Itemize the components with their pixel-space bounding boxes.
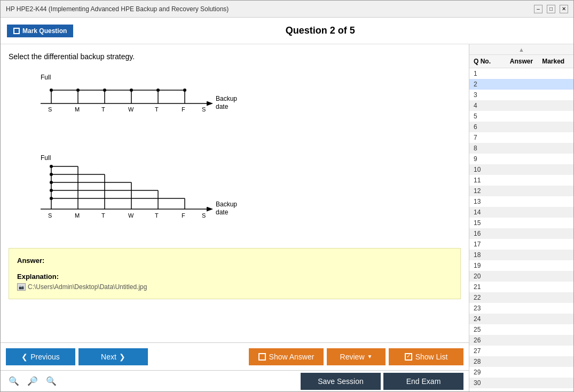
header-marked: Marked bbox=[537, 58, 569, 65]
svg-text:T: T bbox=[155, 212, 159, 219]
end-exam-label: End Exam bbox=[406, 377, 441, 386]
incremental-svg: Full bbox=[25, 69, 254, 138]
svg-point-10 bbox=[76, 89, 80, 92]
mark-question-label: Mark Question bbox=[22, 27, 67, 35]
show-list-checkbox-icon bbox=[405, 353, 412, 361]
svg-point-37 bbox=[50, 165, 53, 168]
svg-text:Full: Full bbox=[41, 154, 51, 162]
zoom-bar: 🔍 🔎 🔍 Save Session End Exam bbox=[1, 370, 469, 391]
svg-point-41 bbox=[50, 197, 53, 200]
scroll-up-indicator[interactable]: ▲ bbox=[469, 44, 573, 55]
svg-text:S: S bbox=[48, 106, 52, 113]
list-item[interactable]: 6 bbox=[469, 122, 573, 132]
svg-text:T: T bbox=[101, 106, 105, 113]
list-item[interactable]: 27 bbox=[469, 346, 573, 356]
list-item[interactable]: 25 bbox=[469, 324, 573, 335]
svg-text:F: F bbox=[182, 106, 185, 113]
show-answer-button[interactable]: Show Answer bbox=[249, 348, 324, 365]
main-content: Select the differential backup strategy.… bbox=[1, 44, 573, 391]
list-item[interactable]: 5 bbox=[469, 111, 573, 122]
svg-text:T: T bbox=[101, 212, 105, 219]
svg-text:S: S bbox=[202, 106, 206, 113]
close-button[interactable]: ✕ bbox=[560, 5, 568, 13]
bottom-bar: Previous Next Show Answer Review ▼ bbox=[1, 342, 469, 370]
zoom-out-button[interactable]: 🔍 bbox=[43, 375, 59, 387]
svg-point-40 bbox=[50, 189, 53, 192]
svg-point-11 bbox=[103, 89, 106, 92]
svg-text:W: W bbox=[128, 212, 134, 219]
svg-text:W: W bbox=[128, 106, 134, 113]
list-item[interactable]: 8 bbox=[469, 143, 573, 154]
minimize-button[interactable]: – bbox=[534, 5, 542, 13]
list-item[interactable]: 14 bbox=[469, 207, 573, 218]
list-item[interactable]: 29 bbox=[469, 367, 573, 378]
list-item[interactable]: 1 bbox=[469, 68, 573, 79]
list-item[interactable]: 23 bbox=[469, 303, 573, 314]
list-item[interactable]: 11 bbox=[469, 175, 573, 186]
list-item[interactable]: 3 bbox=[469, 90, 573, 100]
svg-point-39 bbox=[50, 181, 53, 184]
list-header: Q No. Answer Marked bbox=[469, 55, 573, 68]
list-item[interactable]: 7 bbox=[469, 132, 573, 143]
review-arrow-icon: ▼ bbox=[367, 354, 373, 359]
svg-text:date: date bbox=[216, 209, 229, 216]
svg-point-9 bbox=[50, 89, 53, 92]
list-item[interactable]: 21 bbox=[469, 282, 573, 292]
mark-question-button[interactable]: Mark Question bbox=[7, 25, 73, 37]
show-answer-label: Show Answer bbox=[269, 353, 314, 361]
svg-text:S: S bbox=[202, 212, 206, 219]
answer-label: Answer: bbox=[17, 257, 452, 265]
list-item[interactable]: 24 bbox=[469, 314, 573, 324]
previous-button[interactable]: Previous bbox=[6, 348, 75, 365]
list-item[interactable]: 19 bbox=[469, 260, 573, 271]
question-title: Question 2 of 5 bbox=[73, 25, 567, 36]
save-session-label: Save Session bbox=[318, 377, 364, 386]
list-item[interactable]: 13 bbox=[469, 196, 573, 207]
svg-text:F: F bbox=[182, 212, 185, 219]
image-reference: 📷 C:\Users\Admin\Desktop\Data\Untitled.j… bbox=[17, 283, 452, 291]
list-item[interactable]: 9 bbox=[469, 154, 573, 164]
maximize-button[interactable]: □ bbox=[547, 5, 555, 13]
svg-text:Backup: Backup bbox=[216, 201, 237, 208]
review-label: Review bbox=[340, 353, 365, 361]
mark-checkbox-icon bbox=[13, 28, 20, 34]
svg-text:S: S bbox=[48, 212, 52, 219]
prev-chevron-icon bbox=[21, 353, 28, 361]
svg-text:M: M bbox=[75, 212, 80, 219]
differential-svg: Full bbox=[25, 150, 254, 236]
header-qno: Q No. bbox=[474, 58, 506, 65]
svg-text:M: M bbox=[75, 106, 80, 113]
question-body: Select the differential backup strategy.… bbox=[1, 44, 469, 342]
list-item[interactable]: 4 bbox=[469, 100, 573, 111]
show-list-button[interactable]: Show List bbox=[389, 348, 463, 365]
svg-text:T: T bbox=[155, 106, 159, 113]
diagram-differential: Full bbox=[25, 150, 461, 237]
list-item[interactable]: 17 bbox=[469, 239, 573, 250]
list-item[interactable]: 12 bbox=[469, 186, 573, 196]
question-list-scroll[interactable]: 1234567891011121314151617181920212223242… bbox=[469, 68, 573, 391]
list-item[interactable]: 16 bbox=[469, 228, 573, 239]
window-controls: – □ ✕ bbox=[534, 5, 568, 13]
list-item[interactable]: 2 bbox=[469, 79, 573, 90]
show-answer-checkbox-icon bbox=[258, 353, 266, 361]
list-item[interactable]: 18 bbox=[469, 250, 573, 260]
list-item[interactable]: 15 bbox=[469, 218, 573, 228]
svg-point-12 bbox=[130, 89, 133, 92]
svg-text:Full: Full bbox=[41, 74, 51, 81]
save-session-button[interactable]: Save Session bbox=[301, 373, 381, 390]
zoom-reset-button[interactable]: 🔎 bbox=[25, 375, 41, 387]
end-exam-button[interactable]: End Exam bbox=[383, 373, 463, 390]
next-button[interactable]: Next bbox=[78, 348, 148, 365]
list-item[interactable]: 28 bbox=[469, 356, 573, 367]
show-list-label: Show List bbox=[415, 353, 448, 361]
svg-point-38 bbox=[50, 173, 53, 176]
list-item[interactable]: 10 bbox=[469, 164, 573, 175]
list-item[interactable]: 26 bbox=[469, 335, 573, 346]
zoom-in-button[interactable]: 🔍 bbox=[6, 375, 22, 387]
review-button[interactable]: Review ▼ bbox=[327, 348, 386, 365]
list-item[interactable]: 22 bbox=[469, 292, 573, 303]
list-item[interactable]: 20 bbox=[469, 271, 573, 282]
list-item[interactable]: 30 bbox=[469, 378, 573, 388]
toolbar: Mark Question Question 2 of 5 bbox=[1, 18, 573, 44]
question-text: Select the differential backup strategy. bbox=[9, 52, 461, 61]
